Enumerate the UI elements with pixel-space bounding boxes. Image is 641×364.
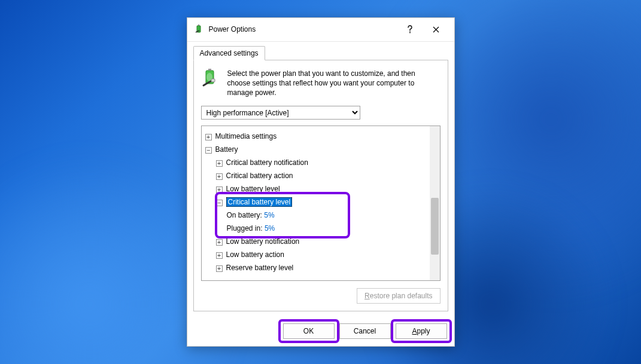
plus-icon[interactable]: + xyxy=(216,252,223,259)
minus-icon[interactable]: − xyxy=(205,147,212,154)
help-button[interactable] xyxy=(397,17,423,41)
plus-icon[interactable]: + xyxy=(216,160,223,167)
tree-leaf-plugged-in[interactable]: Plugged in: 5% xyxy=(205,222,436,235)
titlebar[interactable]: Power Options xyxy=(187,18,454,42)
power-options-icon xyxy=(195,25,204,34)
tree-leaf-on-battery[interactable]: On battery: 5% xyxy=(205,209,436,222)
svg-rect-1 xyxy=(198,25,199,26)
plus-icon[interactable]: + xyxy=(216,239,223,246)
tree-node-critical-notification[interactable]: +Critical battery notification xyxy=(205,156,436,169)
tree-node-low-action[interactable]: +Low battery action xyxy=(205,248,436,261)
cancel-button[interactable]: Cancel xyxy=(339,323,391,339)
svg-rect-3 xyxy=(208,69,211,71)
close-icon xyxy=(433,26,439,33)
power-plan-select[interactable]: High performance [Active] xyxy=(201,106,360,120)
tree-node-low-level[interactable]: +Low battery level xyxy=(205,182,436,195)
restore-plan-defaults-button[interactable]: Restore plan defaults xyxy=(357,288,440,304)
window-title: Power Options xyxy=(209,25,397,33)
tab-strip: Advanced settings xyxy=(193,45,448,60)
close-button[interactable] xyxy=(423,17,449,41)
tree-node-reserve-level[interactable]: +Reserve battery level xyxy=(205,261,436,274)
tree-node-critical-action[interactable]: +Critical battery action xyxy=(205,169,436,182)
dialog-button-row: OK Cancel Apply xyxy=(187,317,454,346)
on-battery-value[interactable]: 5% xyxy=(264,211,274,219)
tab-panel: Select the power plan that you want to c… xyxy=(193,60,448,312)
plus-icon[interactable]: + xyxy=(216,173,223,180)
annotation-highlight-ok xyxy=(278,319,339,343)
annotation-highlight-apply xyxy=(391,319,452,343)
power-options-dialog: Power Options Advanced settings Select t… xyxy=(187,17,455,347)
plus-icon[interactable]: + xyxy=(205,134,212,140)
scrollbar-thumb[interactable] xyxy=(431,198,439,255)
tree-node-multimedia[interactable]: +Multimedia settings xyxy=(205,130,436,143)
vertical-scrollbar[interactable] xyxy=(430,126,440,280)
minus-icon[interactable]: − xyxy=(216,200,223,206)
plus-icon[interactable]: + xyxy=(216,186,223,193)
svg-rect-5 xyxy=(211,79,215,82)
tab-advanced-settings[interactable]: Advanced settings xyxy=(193,46,265,60)
tree-node-low-notification[interactable]: +Low battery notification xyxy=(205,235,436,248)
plus-icon[interactable]: + xyxy=(216,265,223,272)
intro-text: Select the power plan that you want to c… xyxy=(227,69,441,98)
tree-node-critical-level[interactable]: −Critical battery level xyxy=(205,195,436,209)
help-icon xyxy=(407,25,413,33)
battery-plug-icon xyxy=(201,69,220,88)
plugged-in-value[interactable]: 5% xyxy=(265,224,275,233)
tree-node-battery[interactable]: −Battery xyxy=(205,143,436,156)
settings-tree[interactable]: +Multimedia settings −Battery +Critical … xyxy=(201,126,441,281)
